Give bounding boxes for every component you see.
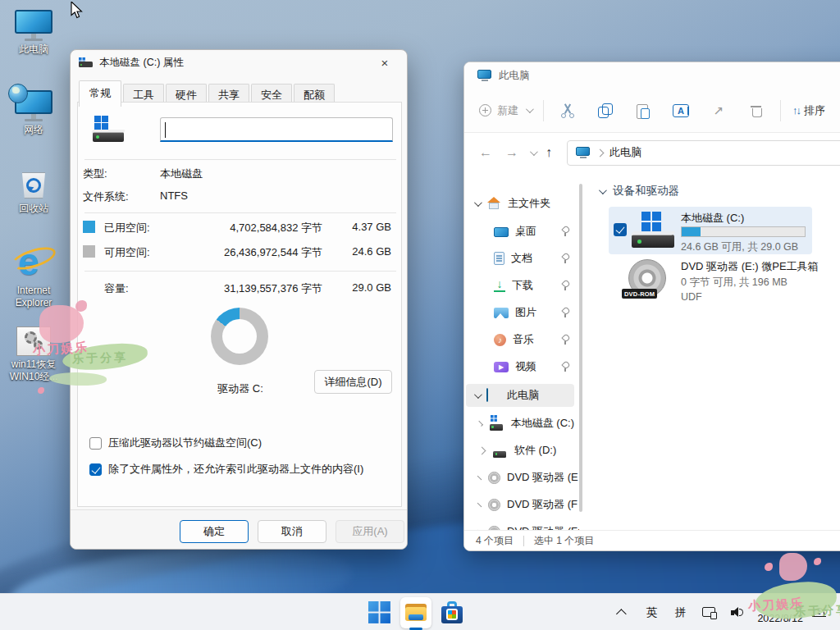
nav-pane-scrollbar[interactable] (579, 184, 582, 512)
filesystem-label: 文件系统: (83, 189, 129, 204)
rename-button[interactable]: A (662, 97, 700, 125)
delete-button[interactable] (737, 97, 775, 125)
microsoft-store-button[interactable] (441, 601, 463, 623)
nav-item-pictures[interactable]: 图片 (466, 301, 574, 324)
pin-icon (561, 362, 571, 372)
chevron-down-icon[interactable] (474, 199, 482, 207)
sort-button-label: 排序 (804, 103, 825, 118)
chevron-right-icon[interactable] (477, 475, 482, 480)
start-button[interactable] (368, 601, 390, 623)
nav-item-dvd-f2[interactable]: DVD 驱动器 (F:) (466, 520, 574, 530)
hidden-icons-chevron[interactable] (616, 609, 627, 619)
file-explorer-window: 此电脑 新建 A ↗ ↑↓ 排序 ← → ↑ 此电脑 (463, 62, 840, 551)
clock[interactable]: 14:55 2022/8/12 (757, 600, 803, 625)
notification-bell-icon[interactable]: z (813, 606, 827, 619)
drive-c-name: 本地磁盘 (C:) (681, 211, 744, 226)
close-icon[interactable]: × (371, 52, 399, 72)
pictures-icon (494, 308, 509, 318)
ok-button[interactable]: 确定 (180, 520, 249, 543)
file-explorer-taskbar-button[interactable] (400, 597, 431, 628)
chevron-right-icon[interactable] (478, 446, 486, 454)
nav-item-drive-d[interactable]: 软件 (D:) (466, 439, 574, 462)
volume-icon[interactable] (731, 607, 745, 619)
nav-item-videos[interactable]: ▶ 视频 (466, 355, 574, 378)
explorer-title: 此电脑 (499, 69, 530, 83)
drive-d-icon (493, 445, 508, 459)
capacity-label: 容量: (104, 281, 129, 296)
pin-icon (561, 308, 571, 317)
back-button[interactable]: ← (479, 145, 492, 160)
desktop-icon-this-pc[interactable]: 此电脑 (2, 10, 66, 56)
taskbar: 英 拼 14:55 2022/8/12 z (0, 593, 840, 630)
selected-count: 选中 1 个项目 (534, 534, 594, 548)
compress-checkbox[interactable] (89, 437, 102, 450)
cancel-button[interactable]: 取消 (258, 520, 326, 543)
index-checkbox-row[interactable]: 除了文件属性外，还允许索引此驱动器上文件的内容(I) (89, 462, 363, 477)
new-button[interactable]: 新建 (479, 103, 532, 118)
nav-item-dvd-e[interactable]: DVD 驱动器 (E (466, 466, 574, 489)
breadcrumb[interactable]: 此电脑 (609, 145, 641, 160)
used-space-legend (83, 221, 95, 233)
copy-button[interactable] (587, 97, 624, 125)
chevron-right-icon[interactable] (477, 502, 482, 507)
dvd-e-filesystem: UDF (681, 291, 702, 303)
desktop-icon-label: Internet Explorer (2, 285, 66, 309)
nav-item-documents[interactable]: 文档 (466, 247, 574, 270)
volume-label-input[interactable] (160, 117, 393, 142)
index-checkbox[interactable] (89, 463, 102, 476)
forward-button[interactable]: → (505, 145, 518, 160)
compress-checkbox-row[interactable]: 压缩此驱动器以节约磁盘空间(C) (89, 436, 262, 450)
desktop-icon-recycle-bin[interactable]: 回收站 (2, 167, 66, 215)
chevron-down-icon (599, 186, 607, 194)
dvd-rom-badge: DVD-ROM (622, 289, 657, 299)
explorer-content-pane: 设备和驱动器 本地磁盘 (C:) 24.6 GB 可用, 共 29.0 GB D… (586, 172, 840, 530)
dvd-e-item[interactable]: DVD-ROM DVD 驱动器 (E:) 微PE工具箱 0 字节 可用, 共 1… (609, 258, 812, 308)
desktop-icon-internet-explorer[interactable]: e Internet Explorer (2, 241, 66, 309)
nav-item-dvd-f[interactable]: DVD 驱动器 (F (466, 493, 574, 516)
drive-c-icon (490, 418, 504, 431)
share-button[interactable]: ↗ (700, 97, 737, 125)
pin-icon (561, 335, 571, 345)
nav-item-home[interactable]: 主文件夹 (466, 192, 574, 215)
ime-mode-indicator[interactable]: 拼 (675, 605, 687, 620)
nav-item-downloads[interactable]: ↓ 下载 (466, 274, 574, 297)
desktop-folder-icon (494, 227, 509, 237)
rename-icon: A (673, 104, 689, 117)
disk-properties-dialog: 本地磁盘 (C:) 属性 × 常规 工具 硬件 共享 安全 配额 类型: 本地磁… (70, 49, 408, 550)
file-explorer-icon (405, 604, 427, 622)
paste-button[interactable] (624, 97, 662, 125)
home-icon (486, 197, 501, 210)
item-checkbox[interactable] (614, 223, 627, 236)
ime-language-indicator[interactable]: 英 (646, 605, 657, 620)
nav-item-this-pc[interactable]: 此电脑 (466, 384, 574, 407)
recycle-bin-icon (17, 167, 50, 200)
desktop-icon-win11-restore[interactable]: win11恢复 WIN10经... (2, 326, 66, 383)
drive-c-item[interactable]: 本地磁盘 (C:) 24.6 GB 可用, 共 29.0 GB (609, 207, 812, 254)
dialog-title: 本地磁盘 (C:) 属性 (99, 56, 184, 70)
sort-button[interactable]: ↑↓ 排序 (792, 103, 825, 118)
devices-section-header[interactable]: 设备和驱动器 (599, 184, 679, 199)
history-chevron-icon[interactable] (530, 148, 538, 156)
free-space-legend (83, 245, 95, 258)
used-space-label: 已用空间: (104, 221, 150, 235)
nav-item-music[interactable]: ♪ 音乐 (466, 328, 574, 351)
tab-general[interactable]: 常规 (79, 80, 121, 107)
nav-item-desktop[interactable]: 桌面 (466, 220, 574, 243)
free-space-bytes: 26,436,972,544 字节 (183, 245, 322, 260)
details-button[interactable]: 详细信息(D) (314, 370, 392, 394)
this-pc-icon (15, 10, 52, 41)
cut-button[interactable] (549, 97, 587, 125)
up-button[interactable]: ↑ (546, 145, 552, 160)
chevron-down-icon[interactable] (474, 390, 482, 399)
address-bar[interactable]: 此电脑 (567, 140, 840, 166)
desktop-icon-network[interactable]: 网络 (2, 90, 66, 136)
desktop-icon-label: 网络 (2, 124, 66, 136)
explorer-navbar: ← → ↑ 此电脑 (464, 133, 840, 172)
trash-icon (751, 104, 762, 117)
network-icon[interactable] (702, 607, 716, 619)
capacity-size: 29.0 GB (334, 281, 391, 294)
nav-item-drive-c[interactable]: 本地磁盘 (C:) (466, 412, 574, 435)
music-icon: ♪ (494, 334, 506, 346)
chevron-right-icon[interactable] (477, 421, 483, 427)
dvd-e-name: DVD 驱动器 (E:) 微PE工具箱 (681, 259, 819, 274)
